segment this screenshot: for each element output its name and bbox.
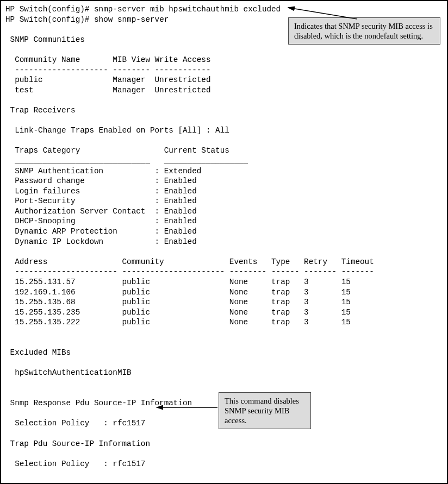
callout-box-2: This command disables SNMP security MIB … bbox=[219, 392, 311, 429]
receiver-separator: ---------------------- -----------------… bbox=[5, 267, 374, 276]
trap-row: SNMP Authentication : Extended bbox=[5, 167, 201, 175]
arrow-1 bbox=[284, 5, 360, 22]
community-separator: -------------------- -------- ----------… bbox=[5, 66, 211, 74]
link-change-line: Link-Change Traps Enabled on Ports [All]… bbox=[5, 126, 229, 135]
terminal-output-frame: HP Switch(config)# snmp-server mib hpswi… bbox=[0, 0, 448, 484]
section-excluded-mibs: Excluded MIBs bbox=[5, 348, 71, 357]
receiver-row: 15.255.135.68 public None trap 3 15 bbox=[5, 298, 351, 306]
receiver-row: 15.255.135.222 public None trap 3 15 bbox=[5, 318, 351, 326]
arrow-2 bbox=[152, 402, 223, 413]
community-columns: Community Name MIB View Write Access bbox=[5, 55, 211, 64]
command-1: snmp-server mib hpswitchauthmib excluded bbox=[94, 5, 281, 14]
prompt: HP Switch(config)# bbox=[5, 5, 94, 14]
prompt: HP Switch(config)# bbox=[5, 15, 94, 24]
community-row: test Manager Unrestricted bbox=[5, 86, 211, 95]
command-2: show snmp-server bbox=[94, 15, 169, 24]
callout-text-1: Indicates that SNMP security MIB access … bbox=[294, 22, 433, 40]
excluded-mib-item: hpSwitchAuthenticationMIB bbox=[5, 368, 132, 377]
trap-row: Dynamic ARP Protection : Enabled bbox=[5, 227, 197, 236]
section-trap-receivers: Trap Receivers bbox=[5, 106, 76, 115]
prompt-line-1: HP Switch(config)# snmp-server mib hpswi… bbox=[5, 5, 281, 14]
response-selection-policy: Selection Policy : rfc1517 bbox=[5, 419, 145, 428]
trap-row: Password change : Enabled bbox=[5, 177, 197, 185]
community-row: public Manager Unrestricted bbox=[5, 76, 211, 84]
trap-row: Dynamic IP Lockdown : Enabled bbox=[5, 237, 197, 246]
receiver-row: 192.169.1.106 public None trap 3 15 bbox=[5, 288, 351, 297]
trap-row: DHCP-Snooping : Enabled bbox=[5, 217, 197, 225]
prompt-line-2: HP Switch(config)# show snmp-server bbox=[5, 15, 169, 24]
receiver-columns: Address Community Events Type Retry Time… bbox=[5, 257, 374, 266]
traps-separator: _____________________________ __________… bbox=[5, 156, 248, 165]
trap-selection-policy: Selection Policy : rfc1517 bbox=[5, 460, 145, 468]
section-snmp-communities: SNMP Communities bbox=[5, 35, 85, 44]
svg-line-0 bbox=[288, 8, 357, 19]
trap-row: Authorization Server Contact : Enabled bbox=[5, 207, 197, 216]
receiver-row: 15.255.135.235 public None trap 3 15 bbox=[5, 308, 351, 317]
callout-text-2: This command disables SNMP security MIB … bbox=[225, 397, 299, 425]
trap-row: Login failures : Enabled bbox=[5, 187, 197, 196]
traps-columns: Traps Category Current Status bbox=[5, 146, 229, 155]
trap-row: Port-Security : Enabled bbox=[5, 197, 197, 205]
section-trap-pdu: Trap Pdu Source-IP Information bbox=[5, 439, 150, 448]
receiver-row: 15.255.131.57 public None trap 3 15 bbox=[5, 278, 351, 286]
